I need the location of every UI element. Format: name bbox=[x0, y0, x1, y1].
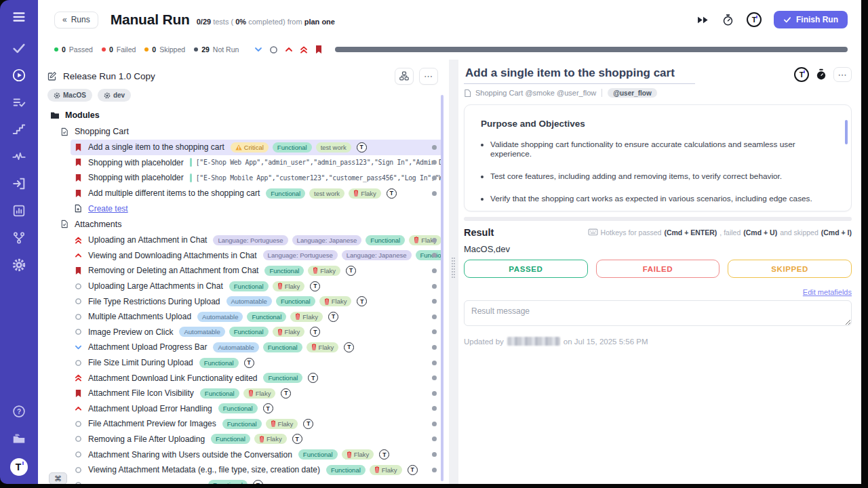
test-title: Shopping with placeholder bbox=[88, 158, 184, 167]
test-row[interactable]: Attachment Upload Error HandlingFunction… bbox=[71, 401, 443, 417]
back-to-runs-button[interactable]: « Runs bbox=[54, 12, 98, 28]
filter-chevron-down-icon[interactable] bbox=[254, 45, 262, 54]
keyboard-icon bbox=[588, 228, 598, 236]
description-scrollbar[interactable] bbox=[845, 120, 848, 144]
testomat-icon: T bbox=[408, 465, 418, 475]
test-row[interactable]: Uploading an Attachment in ChatLanguage:… bbox=[71, 232, 443, 248]
stat-failed: 0Failed bbox=[102, 45, 136, 54]
test-row[interactable]: Image Preview on ClickAutomatableFunctio… bbox=[71, 325, 443, 340]
test-more-button[interactable]: ⋯ bbox=[833, 67, 852, 82]
description-heading: Purpose and Objectives bbox=[481, 119, 835, 129]
horizontal-splitter[interactable] bbox=[464, 217, 852, 221]
command-shortcut-button[interactable]: ⌘ bbox=[49, 472, 67, 484]
badge-functional: Functional bbox=[263, 342, 302, 352]
timer-icon[interactable] bbox=[722, 14, 734, 26]
projects-folder-icon[interactable] bbox=[12, 431, 26, 446]
test-row[interactable]: Shopping with placeholder["E-Shop Mobile… bbox=[71, 170, 443, 186]
status-dot[interactable] bbox=[432, 191, 437, 196]
status-dot[interactable] bbox=[432, 176, 437, 180]
filter-chevrons-up-icon[interactable] bbox=[300, 45, 308, 54]
priority-bookmark-icon bbox=[73, 143, 83, 152]
status-dot[interactable] bbox=[432, 268, 437, 273]
pulse-icon[interactable] bbox=[12, 149, 26, 164]
test-row[interactable]: File Attachment Preview for ImagesFuncti… bbox=[71, 416, 443, 432]
panel-splitter[interactable] bbox=[449, 60, 458, 484]
status-dot[interactable] bbox=[432, 391, 437, 396]
testomat-test-icon[interactable]: T bbox=[794, 67, 809, 82]
test-title[interactable]: Add a single item to the shopping cart bbox=[464, 65, 695, 84]
branches-icon[interactable] bbox=[12, 230, 26, 245]
help-icon[interactable]: ? bbox=[12, 404, 26, 419]
steps-icon[interactable] bbox=[12, 122, 26, 137]
testomat-icon: T bbox=[387, 188, 397, 199]
splitter-handle[interactable] bbox=[452, 258, 455, 278]
user-flow-tag[interactable]: @user_flow bbox=[608, 88, 656, 98]
section-row[interactable]: Attachments bbox=[60, 216, 449, 232]
test-row[interactable]: Attachment File Icon VisibilityFunctiona… bbox=[71, 386, 443, 401]
status-dot[interactable] bbox=[432, 284, 437, 289]
settings-gear-icon[interactable] bbox=[12, 258, 26, 272]
badge-language-japanese: Language: Japanese bbox=[342, 250, 412, 260]
passed-button[interactable]: PASSED bbox=[464, 260, 588, 278]
test-row[interactable]: File Type Restrictions During UploadAuto… bbox=[71, 293, 443, 309]
tag-chip[interactable]: dev bbox=[98, 89, 131, 102]
run-title[interactable]: Release Run 1.0 Copy bbox=[63, 71, 155, 81]
plan-link[interactable]: plan one bbox=[304, 18, 335, 26]
status-dot[interactable] bbox=[432, 345, 437, 350]
status-dot[interactable] bbox=[432, 314, 437, 319]
status-dot[interactable] bbox=[432, 361, 437, 365]
test-row[interactable]: Attachment Download Link Functionality e… bbox=[71, 370, 443, 386]
test-row[interactable]: Removing a File After UploadingFunctiona… bbox=[71, 432, 443, 447]
runs-play-icon[interactable] bbox=[12, 68, 26, 83]
create-test-link[interactable]: Create test bbox=[88, 204, 128, 214]
hotkeys-hint: Hotkeys for passed(Cmd + ENTER), failed(… bbox=[588, 228, 852, 237]
filter-circle-icon[interactable] bbox=[269, 45, 278, 54]
test-row[interactable]: Add a single item to the shopping cartCr… bbox=[71, 140, 443, 155]
status-dot[interactable] bbox=[432, 422, 437, 426]
test-row[interactable]: File Size Limit During UploadFunctionalT bbox=[71, 355, 443, 371]
menu-icon[interactable] bbox=[12, 9, 26, 24]
result-message-input[interactable] bbox=[464, 300, 852, 326]
test-plans-icon[interactable] bbox=[12, 95, 26, 110]
tree-scrollbar[interactable] bbox=[441, 95, 443, 481]
testomat-logo-icon[interactable]: T bbox=[10, 458, 28, 476]
test-title: Removing or Deleting an Attachment from … bbox=[88, 266, 258, 275]
test-row[interactable]: Removing or Deleting an Attachment from … bbox=[71, 263, 443, 279]
status-dot[interactable] bbox=[432, 238, 437, 243]
test-row[interactable]: Viewing and Downloading Attachments in C… bbox=[71, 248, 443, 264]
finish-run-button[interactable]: Finish Run bbox=[774, 11, 848, 28]
test-row[interactable]: Shopping with placeholder["E-Shop Web Ap… bbox=[71, 155, 443, 171]
import-icon[interactable] bbox=[12, 176, 26, 191]
status-dot[interactable] bbox=[432, 468, 437, 472]
tests-check-icon[interactable] bbox=[12, 41, 26, 56]
skipped-button[interactable]: SKIPPED bbox=[728, 260, 852, 278]
status-dot[interactable] bbox=[432, 145, 437, 150]
test-row[interactable]: Add multiple different items to the shop… bbox=[71, 186, 443, 201]
timer-filled-icon[interactable] bbox=[815, 68, 827, 81]
badge-flaky: Flaky bbox=[273, 281, 305, 291]
fast-forward-icon[interactable] bbox=[696, 16, 709, 24]
tag-chip[interactable]: MacOS bbox=[47, 89, 92, 102]
section-row[interactable]: Shopping Cart bbox=[60, 123, 449, 140]
edit-run-icon[interactable] bbox=[47, 71, 57, 81]
filter-chevron-up-icon[interactable] bbox=[285, 45, 293, 54]
filter-bookmark-icon[interactable] bbox=[315, 45, 323, 54]
test-row[interactable]: FunctionalT bbox=[71, 477, 443, 484]
folder-row[interactable]: Modules bbox=[50, 107, 449, 123]
run-more-button[interactable]: ⋯ bbox=[419, 68, 438, 85]
test-row[interactable]: Uploading Large Attachments in ChatFunct… bbox=[71, 279, 443, 294]
test-title: Attachment Upload Error Handling bbox=[88, 404, 212, 413]
create-test-row[interactable]: Create test bbox=[71, 201, 443, 216]
reports-chart-icon[interactable] bbox=[12, 203, 26, 218]
app-sidebar: ? T bbox=[0, 0, 38, 484]
test-row[interactable]: Attachment Upload Progress BarAutomatabl… bbox=[71, 340, 443, 355]
test-tree: ModulesShopping CartAdd a single item to… bbox=[47, 107, 449, 484]
edit-metafields-link[interactable]: Edit metafields bbox=[803, 288, 852, 296]
failed-button[interactable]: FAILED bbox=[596, 260, 720, 278]
testomat-header-icon[interactable]: T bbox=[747, 12, 762, 27]
tree-view-button[interactable] bbox=[395, 68, 414, 85]
main-surface: « Runs Manual Run 0/29 tests ( 0% comple… bbox=[38, 0, 861, 484]
test-row[interactable]: Viewing Attachment Metadata (e.g., file … bbox=[71, 462, 443, 478]
test-row[interactable]: Attachment Sharing with Users outside th… bbox=[71, 447, 443, 462]
test-row[interactable]: Multiple Attachments UploadAutomatableFu… bbox=[71, 309, 443, 325]
